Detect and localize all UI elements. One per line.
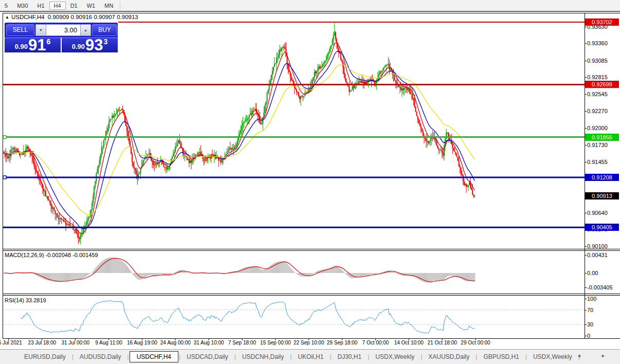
price-tick-label: 0.91730 bbox=[587, 142, 608, 148]
sell-price-big: 91 bbox=[28, 39, 46, 52]
chart-window: ▲USDCHF,H4 0.90909 0.90916 0.90907 0.909… bbox=[0, 11, 620, 350]
chart-symbol: USDCHF,H4 bbox=[11, 14, 45, 20]
macd-tick-label: 0.00 bbox=[587, 270, 598, 276]
tab-gbpusd-h1[interactable]: GBPUSD,H1 bbox=[478, 352, 524, 362]
axis-tick bbox=[585, 246, 587, 247]
timeframe-w1[interactable]: W1 bbox=[82, 2, 100, 10]
timeframe-m30[interactable]: M30 bbox=[12, 2, 32, 10]
price-badge-0.92699: 0.92699 bbox=[585, 81, 619, 88]
axis-tick bbox=[585, 43, 587, 44]
tab-usdx-weekly[interactable]: USDX,Weekly bbox=[370, 352, 420, 362]
axis-tick bbox=[585, 128, 587, 129]
macd-tick-label: -0.003405 bbox=[587, 284, 613, 290]
mt4-window: { "toolbar": {"items": ["5", "M30", "H1"… bbox=[0, 0, 620, 364]
timeframe-mn[interactable]: MN bbox=[100, 2, 118, 10]
tab-xauusd-daily[interactable]: XAUUSD,Daily bbox=[423, 352, 475, 362]
macd-indicator-label: MACD(12,26,9) -0.002048 -0.001459 bbox=[5, 252, 98, 258]
price-tick-label: 0.90100 bbox=[587, 243, 608, 249]
price-badge-0.93702: 0.93702 bbox=[585, 19, 619, 26]
rsi-tick-label: 100 bbox=[587, 296, 596, 302]
price-tick-label: 0.92270 bbox=[587, 108, 608, 114]
price-tick-label: 0.92545 bbox=[587, 91, 608, 97]
chart-canvas[interactable] bbox=[0, 12, 620, 350]
axis-tick bbox=[585, 27, 587, 27]
rsi-tick-label: 70 bbox=[587, 307, 593, 313]
timeframe-h4[interactable]: H4 bbox=[49, 2, 66, 10]
axis-tick bbox=[585, 336, 587, 336]
one-click-trading-panel: SELL ▼ 3.00 ▲ BUY 0.90 91 6 0.90 93 3 bbox=[5, 23, 118, 52]
axis-tick bbox=[585, 255, 587, 256]
chart-title-bar: ▲USDCHF,H4 0.90909 0.90916 0.90907 0.909… bbox=[5, 14, 138, 20]
axis-tick bbox=[585, 324, 587, 325]
buy-price-display[interactable]: 0.90 93 3 bbox=[62, 38, 118, 52]
sell-price-prefix: 0.90 bbox=[15, 43, 28, 50]
axis-tick bbox=[585, 273, 587, 274]
buy-button[interactable]: BUY bbox=[92, 24, 117, 36]
timeframe-toolbar: 5M30H1H4D1W1MN bbox=[0, 0, 620, 11]
axis-tick bbox=[585, 299, 587, 299]
chart-ohlc: 0.90909 0.90916 0.90907 0.90913 bbox=[48, 14, 138, 20]
price-tick-label: 0.93085 bbox=[587, 58, 608, 64]
volume-increase-button[interactable]: ▲ bbox=[80, 24, 91, 36]
axis-tick bbox=[585, 310, 587, 311]
sell-button[interactable]: SELL bbox=[6, 24, 34, 36]
axis-tick bbox=[585, 145, 587, 145]
tab-usdchf-h4[interactable]: USDCHF,H4 bbox=[130, 351, 178, 362]
buy-price-big: 93 bbox=[85, 39, 103, 52]
timeframe-h1[interactable]: H1 bbox=[33, 2, 49, 10]
axis-tick bbox=[585, 77, 587, 78]
axis-tick bbox=[585, 213, 587, 213]
axis-tick bbox=[585, 111, 587, 112]
sell-price-sup: 6 bbox=[47, 38, 51, 46]
symbol-tabbar: EURUSD,Daily|AUDUSD,Daily|USDCHF,H4|USDC… bbox=[0, 349, 620, 364]
price-badge-0.90405: 0.90405 bbox=[585, 224, 619, 231]
tab-audusd-daily[interactable]: AUDUSD,Daily bbox=[74, 352, 127, 362]
tab-usdcad-daily[interactable]: USDCAD,Daily bbox=[181, 352, 234, 362]
tabbar-scroll-arrows[interactable]: ◄ ► bbox=[577, 353, 615, 358]
price-tick-label: 0.90640 bbox=[587, 210, 608, 216]
rsi-tick-label: 0 bbox=[587, 333, 590, 339]
price-tick-label: 0.93360 bbox=[587, 40, 608, 46]
rsi-indicator-label: RSI(14) 33.2819 bbox=[5, 297, 46, 303]
price-badge-0.90913: 0.90913 bbox=[585, 192, 619, 199]
sell-price-display[interactable]: 0.90 91 6 bbox=[5, 38, 61, 52]
price-tick-label: 0.92000 bbox=[587, 125, 608, 131]
price-tick-label: 0.92815 bbox=[587, 74, 608, 80]
quote-display: 0.90 91 6 0.90 93 3 bbox=[5, 38, 118, 52]
price-tick-label: 0.91455 bbox=[587, 159, 608, 165]
tab-usdx-weekly[interactable]: USDX,Weekly bbox=[527, 352, 578, 362]
buy-price-sup: 3 bbox=[104, 38, 108, 46]
price-badge-0.91208: 0.91208 bbox=[585, 174, 619, 181]
price-badge-0.91855: 0.91855 bbox=[585, 134, 619, 141]
rsi-tick-label: 30 bbox=[587, 321, 593, 327]
axis-tick bbox=[585, 61, 587, 61]
tab-usdcnh-daily[interactable]: USDCNH,Daily bbox=[236, 352, 289, 362]
tab-dj30-h1[interactable]: DJ30,H1 bbox=[332, 352, 368, 362]
volume-decrease-button[interactable]: ▼ bbox=[35, 24, 46, 36]
volume-field[interactable]: 3.00 bbox=[46, 24, 80, 36]
macd-tick-label: 0.00431 bbox=[587, 252, 608, 258]
collapse-icon[interactable]: ▲ bbox=[5, 15, 9, 20]
tab-ukoil-h1[interactable]: UKOil,H1 bbox=[292, 352, 329, 362]
buy-price-prefix: 0.90 bbox=[72, 43, 85, 50]
timeframe-d1[interactable]: D1 bbox=[66, 2, 82, 10]
timeframe-5[interactable]: 5 bbox=[0, 2, 12, 10]
toolbar-separator bbox=[120, 2, 120, 10]
volume-stepper: ▼ 3.00 ▲ bbox=[35, 24, 91, 36]
axis-tick bbox=[585, 94, 587, 95]
axis-tick bbox=[585, 162, 587, 162]
axis-tick bbox=[585, 287, 587, 288]
tab-eurusd-daily[interactable]: EURUSD,Daily bbox=[19, 352, 71, 362]
